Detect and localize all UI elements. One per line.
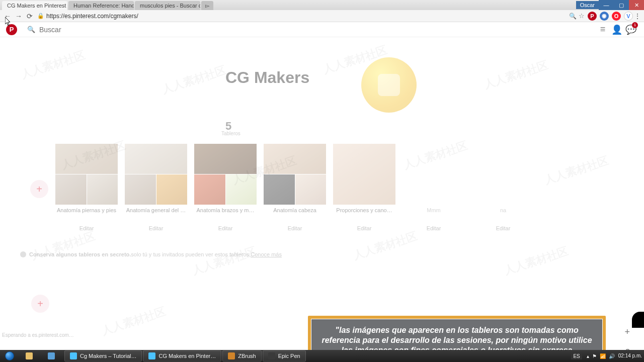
board-edit-link[interactable]: Editar xyxy=(333,225,395,231)
lock-icon xyxy=(20,251,26,257)
watermark-text: 人人素材社区 xyxy=(543,153,611,188)
watermark-text: 人人素材社区 xyxy=(160,62,228,97)
board-placeholder: Mmm Editar xyxy=(403,144,465,231)
window-user-badge[interactable]: Oscar xyxy=(576,1,599,9)
new-tab-button[interactable]: ▻ xyxy=(201,1,213,10)
pinterest-add-button[interactable]: + xyxy=(624,327,630,337)
board-thumbnails xyxy=(194,144,257,204)
window-maximize-button[interactable]: ▢ xyxy=(614,0,629,10)
windows-taskbar: Cg Makers – Tutorial… CG Makers en Pinte… xyxy=(0,350,644,362)
notification-badge: 1 xyxy=(632,22,638,28)
board-thumb xyxy=(226,174,257,205)
board-thumbnails xyxy=(264,144,326,204)
board-edit-link[interactable]: Editar xyxy=(403,225,465,231)
explorer-icon xyxy=(26,352,33,359)
board-thumb xyxy=(295,174,327,205)
tab-label: Human Reference: Hand… xyxy=(73,3,134,9)
tray-flag-icon[interactable]: ⚑ xyxy=(592,353,597,359)
browser-tab-2[interactable]: Human Reference: Hand… × xyxy=(68,1,134,10)
board-edit-link[interactable]: Editar xyxy=(55,225,118,231)
watermark-text: 人人素材社区 xyxy=(352,228,420,263)
profile-avatar[interactable] xyxy=(361,57,417,113)
learn-more-link[interactable]: Conoce más xyxy=(251,251,282,257)
board-card[interactable]: Anatomía general del … Editar xyxy=(125,144,187,231)
board-thumbnails xyxy=(333,144,395,204)
taskbar-label: Epic Pen xyxy=(278,353,300,359)
start-orb-icon xyxy=(5,351,14,360)
board-title: Anatomía general del … xyxy=(125,207,187,213)
placeholder-title: na xyxy=(472,207,534,213)
board-edit-link[interactable]: Editar xyxy=(125,225,187,231)
window-close-button[interactable]: ✕ xyxy=(629,0,644,10)
search-icon: 🔍 xyxy=(27,26,35,33)
board-card[interactable]: Anatomía piernas y pies Editar xyxy=(55,144,118,231)
start-button[interactable] xyxy=(0,350,19,362)
search-input[interactable] xyxy=(39,26,190,34)
chat-icon[interactable]: 💬 1 xyxy=(624,24,638,35)
board-card[interactable]: Anatomía brazos y m… Editar xyxy=(194,144,257,231)
watermark-corner-icon xyxy=(632,312,644,328)
tray-volume-icon[interactable]: 🔊 xyxy=(609,353,615,359)
language-indicator[interactable]: ES xyxy=(571,353,582,359)
taskbar-label: ZBrush xyxy=(238,353,256,359)
board-thumb xyxy=(264,144,326,174)
epicpen-icon xyxy=(268,352,275,359)
taskbar-app-epicpen[interactable]: Epic Pen xyxy=(263,350,306,361)
mouse-cursor-icon xyxy=(5,17,11,26)
tray-arrow-icon[interactable]: ▴ xyxy=(587,353,589,359)
board-thumb xyxy=(333,144,395,205)
bookmark-star-icon[interactable]: ☆ xyxy=(579,12,585,20)
avatar-inner-icon xyxy=(378,74,400,96)
board-thumb xyxy=(156,174,188,205)
watermark-text: 人人素材社区 xyxy=(503,243,571,278)
watermark-text: 人人素材社区 xyxy=(30,228,98,263)
browser-address-bar: ← → ⟳ 🔒 https://es.pinterest.com/cgmaker… xyxy=(0,10,644,22)
opera-ext-icon[interactable]: O xyxy=(612,12,621,21)
url-text[interactable]: https://es.pinterest.com/cgmakers/ xyxy=(46,13,569,20)
extension-icon[interactable]: ◉ xyxy=(600,12,609,21)
chrome-menu-icon[interactable]: ⋮ xyxy=(633,12,642,20)
pinterest-ext-icon[interactable]: P xyxy=(588,12,597,21)
browser-tab-1[interactable]: CG Makers en Pinterest × xyxy=(2,1,67,10)
search-wrap: 🔍 xyxy=(27,26,596,34)
board-title: Anatomía brazos y m… xyxy=(194,207,257,213)
board-edit-link[interactable]: Editar xyxy=(264,225,326,231)
board-thumb xyxy=(264,174,295,205)
taskbar-pinned-app[interactable] xyxy=(42,350,63,361)
board-thumb xyxy=(55,144,118,174)
extension-v-icon[interactable]: V xyxy=(624,12,633,21)
window-titlebar: CG Makers en Pinterest × Human Reference… xyxy=(0,0,644,10)
browser-tab-3[interactable]: musculos pies - Buscar c… × xyxy=(135,1,200,10)
board-thumb xyxy=(194,144,257,174)
board-title: Proporciones y cano… xyxy=(333,207,395,213)
window-minimize-button[interactable]: — xyxy=(599,0,614,10)
board-edit-link[interactable]: Editar xyxy=(472,225,534,231)
watermark-text: 人人素材社区 xyxy=(20,47,88,82)
taskbar-app-zbrush[interactable]: ZBrush xyxy=(222,350,261,361)
taskbar-pinned-explorer[interactable] xyxy=(20,350,41,361)
taskbar-clock[interactable]: 02:14 p.m. xyxy=(618,353,642,358)
profile-icon[interactable]: 👤 xyxy=(610,24,624,35)
nav-forward-button[interactable]: → xyxy=(13,11,24,22)
board-thumb xyxy=(194,174,225,205)
nav-reload-button[interactable]: ⟳ xyxy=(24,11,35,22)
menu-lines-icon[interactable]: ≡ xyxy=(596,24,610,35)
tray-network-icon[interactable]: 📶 xyxy=(600,353,606,359)
chrome-icon xyxy=(70,352,77,359)
taskbar-app-pinterest[interactable]: CG Makers en Pinter… xyxy=(143,350,221,361)
zoom-icon[interactable]: 🔍 xyxy=(569,13,577,20)
https-lock-icon[interactable]: 🔒 xyxy=(37,13,44,19)
chrome-icon xyxy=(148,352,155,359)
add-board-button[interactable]: + xyxy=(30,180,48,198)
board-thumb xyxy=(55,174,87,205)
taskbar-app-cgmakers[interactable]: Cg Makers – Tutorial… xyxy=(64,350,142,361)
board-thumbnails xyxy=(55,144,118,204)
board-edit-link[interactable]: Editar xyxy=(194,225,257,231)
board-card[interactable]: Proporciones y cano… Editar xyxy=(333,144,395,231)
watermark-text: 人人素材社区 xyxy=(482,57,550,92)
app-icon xyxy=(48,352,55,359)
watermark-text: 人人素材社区 xyxy=(100,304,168,338)
board-card[interactable]: Anatomía cabeza Editar xyxy=(264,144,326,231)
board-thumb xyxy=(87,174,118,205)
add-secret-board-button[interactable]: + xyxy=(31,295,49,313)
